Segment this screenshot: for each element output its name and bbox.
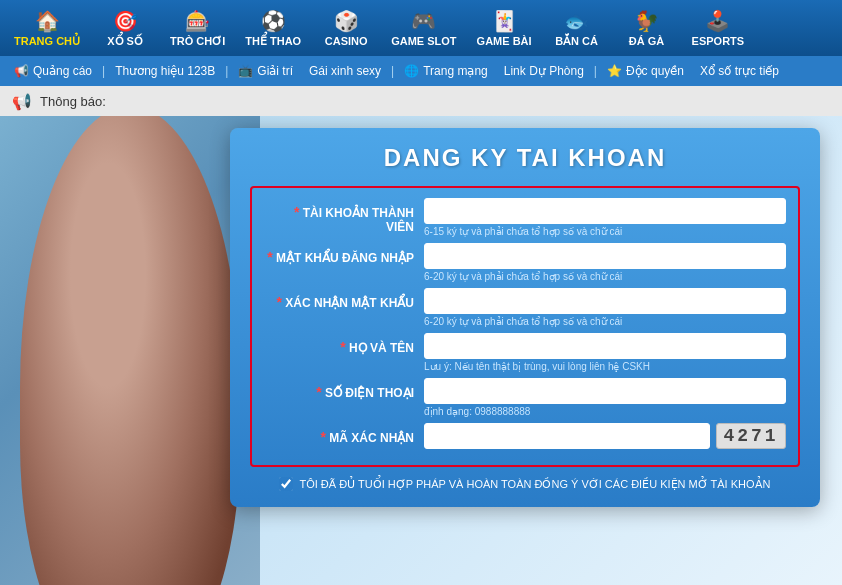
ho-va-ten-input[interactable] (424, 333, 786, 359)
captcha-image: 4271 (716, 423, 786, 449)
subnav-link-du-phong[interactable]: Link Dự Phòng (498, 64, 590, 78)
divider-1: | (102, 64, 105, 78)
nav-game-slot[interactable]: 🎮 GAME SLOT (381, 5, 466, 51)
required-star-4: * (340, 339, 345, 355)
sports-icon: ⚽ (261, 9, 286, 33)
rooster-icon: 🐓 (634, 9, 659, 33)
field-so-dien-thoai-wrapper: định dạng: 0988888888 (424, 378, 786, 417)
field-mat-khau-wrapper: 6-20 ký tự và phải chứa tổ hợp số và chữ… (424, 243, 786, 282)
ma-xac-nhan-input[interactable] (424, 423, 710, 449)
so-dien-thoai-input[interactable] (424, 378, 786, 404)
ho-va-ten-hint: Lưu ý: Nếu tên thật bị trùng, vui lòng l… (424, 361, 786, 372)
field-so-dien-thoai-label: * SỐ ĐIỆN THOẠI (264, 378, 424, 400)
divider-4: | (594, 64, 597, 78)
nav-esports[interactable]: 🕹️ ESPORTS (682, 5, 755, 51)
casino-icon: 🎲 (334, 9, 359, 33)
game-icon: 🎰 (185, 9, 210, 33)
required-star-2: * (267, 249, 272, 265)
required-star: * (294, 204, 299, 220)
divider-2: | (225, 64, 228, 78)
tai-khoan-hint: 6-15 ký tự và phải chứa tổ hợp số và chữ… (424, 226, 786, 237)
subnav-doc-quyen[interactable]: ⭐ Độc quyền (601, 64, 690, 78)
notice-bar: 📢 Thông báo: (0, 86, 842, 116)
slot-icon: 🎮 (411, 9, 436, 33)
subnav-quang-cao[interactable]: 📢 Quảng cáo (8, 64, 98, 78)
field-so-dien-thoai-row: * SỐ ĐIỆN THOẠI định dạng: 0988888888 (264, 378, 786, 417)
nav-the-thao[interactable]: ⚽ THỂ THAO (235, 5, 311, 52)
top-navigation: 🏠 TRANG CHỦ 🎯 XỔ SỐ 🎰 TRÒ CHƠI ⚽ THỂ THA… (0, 0, 842, 56)
sub-navigation: 📢 Quảng cáo | Thương hiệu 123B | 📺 Giải … (0, 56, 842, 86)
notice-label: Thông báo: (40, 94, 106, 109)
field-xac-nhan-wrapper: 6-20 ký tự và phải chứa tổ hợp số và chữ… (424, 288, 786, 327)
terms-row: TÔI ĐÃ ĐỦ TUỔI HỢP PHÁP VÀ HOÀN TOÀN ĐỒN… (250, 477, 800, 491)
tv-icon: 📺 (238, 64, 253, 78)
subnav-xo-so-truc-tiep[interactable]: Xổ số trực tiếp (694, 64, 785, 78)
nav-trang-chu[interactable]: 🏠 TRANG CHỦ (4, 5, 90, 52)
field-xac-nhan-mat-khau-label: * XÁC NHẬN MẬT KHẨU (264, 288, 424, 310)
field-xac-nhan-mat-khau-row: * XÁC NHẬN MẬT KHẨU 6-20 ký tự và phải c… (264, 288, 786, 327)
nav-casino[interactable]: 🎲 CASINO (311, 5, 381, 51)
globe-icon: 🌐 (404, 64, 419, 78)
notice-icon: 📢 (12, 92, 32, 111)
mat-khau-hint: 6-20 ký tự và phải chứa tổ hợp số và chữ… (424, 271, 786, 282)
nav-game-bai[interactable]: 🃏 GAME BÀI (467, 5, 542, 51)
home-icon: 🏠 (35, 9, 60, 33)
nav-ban-ca[interactable]: 🐟 BẮN CÁ (542, 5, 612, 52)
subnav-thuong-hieu[interactable]: Thương hiệu 123B (109, 64, 221, 78)
terms-checkbox[interactable] (279, 477, 293, 491)
card-icon: 🃏 (492, 9, 517, 33)
divider-3: | (391, 64, 394, 78)
required-star-6: * (321, 429, 326, 445)
main-content: DANG KY TAI KHOAN * TÀI KHOẢN THÀNH VIÊN… (0, 116, 842, 585)
required-star-5: * (316, 384, 321, 400)
nav-xo-so[interactable]: 🎯 XỔ SỐ (90, 5, 160, 52)
field-ho-va-ten-label: * HỌ VÀ TÊN (264, 333, 424, 355)
field-tai-khoan-label: * TÀI KHOẢN THÀNH VIÊN (264, 198, 424, 234)
field-mat-khau-label: * MẬT KHẨU ĐĂNG NHẬP (264, 243, 424, 265)
field-ma-xac-nhan-wrapper: 4271 (424, 423, 786, 449)
xac-nhan-mat-khau-input[interactable] (424, 288, 786, 314)
form-title: DANG KY TAI KHOAN (250, 144, 800, 172)
tai-khoan-input[interactable] (424, 198, 786, 224)
captcha-row: 4271 (424, 423, 786, 449)
subnav-trang-mang[interactable]: 🌐 Trang mạng (398, 64, 494, 78)
nav-tro-choi[interactable]: 🎰 TRÒ CHƠI (160, 5, 235, 52)
field-tai-khoan-row: * TÀI KHOẢN THÀNH VIÊN 6-15 ký tự và phả… (264, 198, 786, 237)
terms-text: TÔI ĐÃ ĐỦ TUỔI HỢP PHÁP VÀ HOÀN TOÀN ĐỒN… (299, 478, 770, 491)
background-person (0, 116, 260, 585)
subnav-gai-xinh-sexy[interactable]: Gái xinh sexy (303, 64, 387, 78)
field-tai-khoan-wrapper: 6-15 ký tự và phải chứa tổ hợp số và chữ… (424, 198, 786, 237)
field-mat-khau-row: * MẬT KHẨU ĐĂNG NHẬP 6-20 ký tự và phải … (264, 243, 786, 282)
registration-form-container: DANG KY TAI KHOAN * TÀI KHOẢN THÀNH VIÊN… (230, 128, 820, 507)
field-ho-va-ten-wrapper: Lưu ý: Nếu tên thật bị trùng, vui lòng l… (424, 333, 786, 372)
field-ma-xac-nhan-label: * MÃ XÁC NHẬN (264, 423, 424, 445)
subnav-giai-tri[interactable]: 📺 Giải trí (232, 64, 299, 78)
mat-khau-input[interactable] (424, 243, 786, 269)
xac-nhan-hint: 6-20 ký tự và phải chứa tổ hợp số và chữ… (424, 316, 786, 327)
megaphone-icon: 📢 (14, 64, 29, 78)
star-icon: ⭐ (607, 64, 622, 78)
fields-highlight-box: * TÀI KHOẢN THÀNH VIÊN 6-15 ký tự và phả… (250, 186, 800, 467)
field-ma-xac-nhan-row: * MÃ XÁC NHẬN 4271 (264, 423, 786, 449)
so-dien-thoai-hint: định dạng: 0988888888 (424, 406, 786, 417)
lottery-icon: 🎯 (113, 9, 138, 33)
esports-icon: 🕹️ (705, 9, 730, 33)
field-ho-va-ten-row: * HỌ VÀ TÊN Lưu ý: Nếu tên thật bị trùng… (264, 333, 786, 372)
required-star-3: * (277, 294, 282, 310)
nav-da-ga[interactable]: 🐓 ĐÁ GÀ (612, 5, 682, 51)
fish-icon: 🐟 (564, 9, 589, 33)
